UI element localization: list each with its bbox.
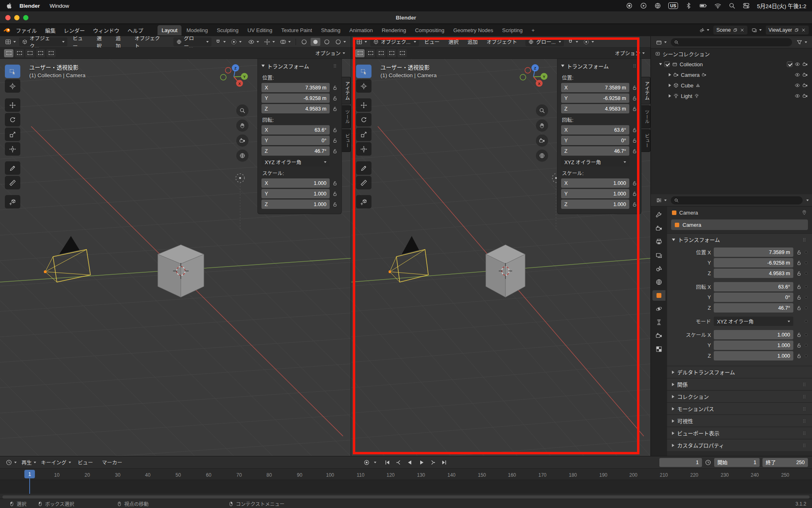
tab-animation[interactable]: Animation xyxy=(345,25,377,35)
tab-object-data-properties[interactable] xyxy=(652,330,665,341)
perspective-toggle-button[interactable] xyxy=(236,150,248,162)
tool-cursor[interactable] xyxy=(5,79,20,93)
close-window-button[interactable] xyxy=(5,15,11,20)
tool-rotate[interactable] xyxy=(5,113,20,126)
menubar-clock[interactable]: 5月24日(火) 午後1:2 xyxy=(757,2,806,10)
battery-icon[interactable] xyxy=(699,2,707,10)
lock-icon[interactable] xyxy=(332,148,338,154)
select-set-button[interactable] xyxy=(355,49,365,57)
jump-to-start-button[interactable] xyxy=(382,458,393,467)
mode-dropdown[interactable]: オブジェク... xyxy=(370,37,419,46)
animate-dot[interactable] xyxy=(805,320,808,323)
use-preview-range-icon[interactable] xyxy=(705,459,711,466)
lock-icon[interactable] xyxy=(796,271,802,276)
bluetooth-icon[interactable] xyxy=(685,2,692,9)
rotation-z-field[interactable]: Z46.7° xyxy=(261,146,330,156)
zoom-button[interactable] xyxy=(536,104,548,117)
lock-icon[interactable] xyxy=(632,127,637,133)
zoom-button[interactable] xyxy=(236,104,248,117)
remove-viewlayer-icon[interactable] xyxy=(801,28,806,33)
outliner-filter-button[interactable] xyxy=(795,38,809,46)
lock-icon[interactable] xyxy=(332,191,338,197)
tool-measure[interactable] xyxy=(5,176,20,189)
sidebar-tab-tool[interactable]: ツール xyxy=(342,105,351,128)
apple-logo-icon[interactable] xyxy=(6,2,13,9)
lock-icon[interactable] xyxy=(796,295,802,300)
tab-world-properties[interactable] xyxy=(652,277,665,287)
tab-viewlayer-properties[interactable] xyxy=(652,250,665,261)
animate-dot[interactable] xyxy=(805,296,808,299)
scale-x-field[interactable]: X1.000 xyxy=(261,178,330,188)
panel-grip-icon[interactable] xyxy=(801,237,807,243)
pan-button[interactable] xyxy=(536,119,548,132)
spotlight-icon[interactable] xyxy=(728,2,736,9)
disable-in-renders-icon[interactable] xyxy=(802,61,808,67)
previous-keyframe-button[interactable] xyxy=(393,458,404,467)
gizmo-minus-y[interactable] xyxy=(520,74,526,80)
sidebar-tab-tool[interactable]: ツール xyxy=(641,105,650,128)
disable-in-renders-icon[interactable] xyxy=(802,72,808,78)
prop-rotation-x-field[interactable]: 63.6° xyxy=(714,282,793,291)
frame-end-field[interactable]: 終了250 xyxy=(762,458,808,467)
properties-editor-type-button[interactable] xyxy=(654,196,668,204)
options-dropdown[interactable]: オプション xyxy=(313,48,347,58)
transform-orientation-dropdown[interactable]: グロー... xyxy=(525,37,564,46)
tool-transform[interactable] xyxy=(5,142,20,156)
lock-icon[interactable] xyxy=(332,127,338,133)
panel-grip-icon[interactable] xyxy=(332,63,338,69)
tool-measure[interactable] xyxy=(356,176,371,189)
timeline-tracks[interactable] xyxy=(0,480,812,494)
lock-icon[interactable] xyxy=(632,106,637,112)
location-z-field[interactable]: Z4.9583 m xyxy=(561,104,629,113)
new-viewlayer-icon[interactable] xyxy=(794,28,799,33)
lock-icon[interactable] xyxy=(796,284,802,290)
playhead-badge[interactable]: 1 xyxy=(24,470,35,478)
media-playback-icon[interactable] xyxy=(640,2,647,9)
animate-dot[interactable] xyxy=(805,272,808,275)
tab-scene-properties[interactable] xyxy=(652,263,665,274)
lock-icon[interactable] xyxy=(332,202,338,207)
navigation-gizmo[interactable]: Z Y X xyxy=(220,62,251,93)
timeline-menu-view[interactable]: ビュー xyxy=(74,457,97,467)
rotation-mode-dropdown[interactable]: XYZ オイラー角 xyxy=(261,157,330,167)
tab-layout[interactable]: Layout xyxy=(158,25,181,35)
menu-render[interactable]: レンダー xyxy=(60,25,89,35)
playback-popover[interactable]: 再生 xyxy=(20,458,38,467)
keying-popover[interactable]: キーイング xyxy=(39,458,73,467)
prop-location-y-field[interactable]: -6.9258 m xyxy=(714,258,793,267)
lock-icon[interactable] xyxy=(632,180,637,186)
scale-x-field[interactable]: X1.000 xyxy=(561,178,629,188)
section-motion-paths[interactable]: モーションパス xyxy=(667,402,812,415)
editor-type-button[interactable] xyxy=(3,38,17,46)
select-intersect-button[interactable] xyxy=(397,49,407,57)
tab-compositing[interactable]: Compositing xyxy=(411,25,448,35)
select-invert-button[interactable] xyxy=(36,49,45,57)
select-invert-button[interactable] xyxy=(387,49,396,57)
minimize-window-button[interactable] xyxy=(14,15,19,20)
viewport-canvas-right[interactable]: ユーザー・透視投影 (1) Collection | Camera Z xyxy=(351,59,650,456)
tab-uv-editing[interactable]: UV Editing xyxy=(243,25,276,35)
object-name-field[interactable]: Camera xyxy=(671,219,808,230)
prop-rotation-y-field[interactable]: 0° xyxy=(714,293,793,302)
tab-texture-paint[interactable]: Texture Paint xyxy=(277,25,316,35)
lock-icon[interactable] xyxy=(796,353,802,359)
options-dropdown[interactable]: オプション xyxy=(613,48,646,58)
blender-logo-icon[interactable] xyxy=(3,26,11,34)
viewport-3d-left[interactable]: オブジェク... ビュー 選択 追加 オブジェクト グロー... オプション ユ… xyxy=(0,36,351,456)
camera-view-button[interactable] xyxy=(236,135,248,147)
screen-recording-icon[interactable] xyxy=(626,2,633,9)
rotation-y-field[interactable]: Y0° xyxy=(561,136,629,145)
hide-in-viewport-icon[interactable] xyxy=(795,93,800,99)
mesh-data-icon[interactable] xyxy=(695,83,700,88)
gizmos-toggle[interactable] xyxy=(262,38,276,46)
viewport-menu-add[interactable]: 追加 xyxy=(464,37,481,47)
lock-icon[interactable] xyxy=(332,85,338,91)
shading-solid-button[interactable] xyxy=(311,38,320,46)
play-reverse-button[interactable] xyxy=(405,458,415,467)
outliner-search-input[interactable] xyxy=(671,38,792,46)
tab-scripting[interactable]: Scripting xyxy=(498,25,527,35)
lock-icon[interactable] xyxy=(796,305,802,311)
menu-help[interactable]: ヘルプ xyxy=(124,25,147,35)
animate-dot[interactable] xyxy=(805,344,808,347)
sidebar-tab-item[interactable]: アイテム xyxy=(641,77,650,104)
